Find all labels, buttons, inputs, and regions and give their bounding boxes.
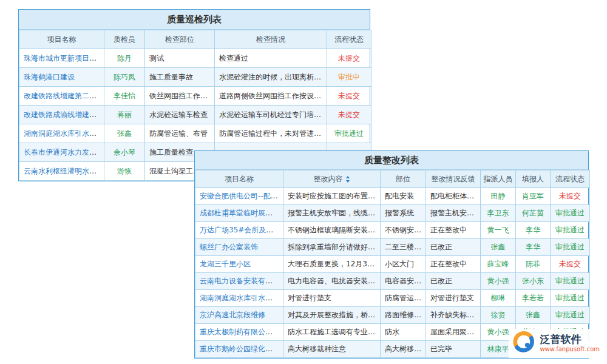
table-row: 安徽合肥供电公司--配电设备...安装时应按施工图的布置，将...配电安装配电柜… (195, 188, 590, 205)
person-name: 何芷茵 (522, 209, 544, 217)
status-label: 未提交 (338, 54, 360, 62)
person-name: 李华 (526, 243, 540, 251)
table-cell-feedback: 对管进行垫支 (426, 290, 481, 307)
table-cell-part: 不锈钢安装... (381, 222, 426, 239)
column-header-project: 项目名称 (19, 30, 104, 49)
cell-text: 小区大门 (385, 260, 414, 268)
cell-text: 高大树移栽种 (385, 345, 426, 353)
table-cell-status: 未提交 (551, 188, 590, 205)
project-link[interactable]: 改建铁路线增建第二线... (24, 92, 103, 100)
table-cell-project[interactable]: 改建铁路成渝线增建第... (19, 106, 104, 124)
cell-text: 水泥砼运输车司机经过专门培训... (219, 110, 327, 119)
project-link[interactable]: 珠海市城市更新项目紫... (24, 54, 103, 62)
cell-text: 二至三楼混... (385, 243, 426, 251)
table-cell-project[interactable]: 重庆太极制药有限公司亳州中... (195, 324, 283, 341)
table-row: 龙湖三千里小区大理石质量更换，12月31日之...小区大门正在整改中薛宝峰陈菲未… (195, 256, 590, 273)
table-cell-project[interactable]: 珠海鹤港口建设 (19, 68, 104, 87)
table-cell-project[interactable]: 万达广场35#会所及咖啡厅空... (195, 222, 283, 239)
table-cell-status: 审批通过 (327, 124, 371, 143)
table-cell-project[interactable]: 湖南洞庭湖水库引水工... (19, 124, 104, 143)
cell-text: 大理石质量更换，12月31日之... (288, 260, 381, 268)
table-cell-reporter: 肖亚军 (516, 188, 551, 205)
table-cell-assignee: 薛宝峰 (481, 256, 516, 273)
project-link[interactable]: 云南电力设备安装有限公司20... (200, 277, 283, 285)
project-link[interactable]: 湖南洞庭湖水库引水工... (24, 129, 103, 138)
status-label: 未提交 (338, 92, 360, 100)
table-cell-project[interactable]: 京沪高速北京段维修 (195, 307, 283, 324)
column-header-label: 检查情况 (256, 35, 285, 44)
table-cell-project[interactable]: 云南电力设备安装有限公司20... (195, 273, 283, 290)
project-link[interactable]: 成都杜甫草堂临时展厅独立展... (200, 209, 283, 217)
fanpu-logo[interactable]: 泛普软件 www.fanpusoft.com (509, 329, 603, 358)
column-header-status: 流程状态 (551, 170, 590, 188)
table-cell-project[interactable]: 螺丝厂办公室装饰 (195, 239, 283, 256)
person-name: 黄小强 (487, 277, 509, 285)
table-cell-reporter: 陈菲 (516, 256, 551, 273)
table-row: 湖南洞庭湖水库引水工...张鑫防腐管运输、布管防腐管运输过程中，未对管进行...… (19, 124, 371, 143)
header-row: 项目名称整改内容部位整改情况反馈指派人员填报人流程状态 (195, 170, 590, 188)
project-link[interactable]: 云南水利枢纽潜明水库... (24, 167, 103, 175)
status-label: 审批通过 (334, 129, 364, 138)
status-label: 审批通过 (555, 277, 585, 285)
project-link[interactable]: 螺丝厂办公室装饰 (200, 243, 258, 251)
person-name: 张鑫 (491, 243, 506, 251)
column-header-label: 流程状态 (555, 175, 585, 183)
table-cell-feedback: 报警主机安放... (426, 205, 481, 222)
project-link[interactable]: 长春市伊通河水力发电... (24, 148, 103, 157)
column-header-project: 项目名称 (195, 170, 283, 188)
person-name: 张鑫 (117, 129, 132, 138)
table-cell-part: 防腐管运输... (381, 290, 426, 307)
fanpu-logo-url[interactable]: www.fanpusoft.com (540, 346, 600, 353)
table-cell-assignee: 柳琳 (481, 290, 516, 307)
table-cell-project[interactable]: 成都杜甫草堂临时展厅独立展... (195, 205, 283, 222)
cell-text: 报警主机安放... (430, 209, 481, 217)
status-label: 审批通过 (555, 243, 585, 251)
project-link[interactable]: 安徽合肥供电公司--配电设备... (200, 192, 283, 200)
table-cell-project[interactable]: 龙湖三千里小区 (195, 256, 283, 273)
table-cell-status: 审批中 (327, 68, 371, 87)
table-cell-project[interactable]: 云南水利枢纽潜明水库... (19, 162, 104, 181)
person-name: 林康平 (487, 345, 509, 353)
table-cell-project[interactable]: 重庆市鹅岭公园绿化景观提升... (195, 341, 283, 358)
person-name: 陈丹 (117, 54, 132, 62)
table-cell-assignee: 徐贤 (481, 307, 516, 324)
table-cell-content: 对管进行垫支 (283, 290, 381, 307)
person-name: 田静 (491, 192, 506, 200)
project-link[interactable]: 京沪高速北京段维修 (200, 311, 265, 319)
column-header-content[interactable]: 整改内容 (283, 170, 381, 188)
table-cell-project[interactable]: 湖南洞庭湖水库引水工程施工 (195, 290, 283, 307)
table-cell-assignee: 黄小强 (481, 273, 516, 290)
table-cell-assignee: 田静 (481, 188, 516, 205)
cell-text: 配电安装 (385, 192, 414, 200)
table-cell-project[interactable]: 长春市伊通河水力发电... (19, 143, 104, 162)
table-cell-inspector: 陈丹 (104, 49, 145, 68)
project-link[interactable]: 珠海鹤港口建设 (24, 73, 75, 81)
cell-text: 检查通过 (219, 54, 248, 62)
table-cell-part: 铁丝网围挡工作检查 (145, 87, 215, 106)
column-header-label: 整改情况反馈 (432, 175, 475, 183)
project-link[interactable]: 重庆市鹅岭公园绿化景观提升... (200, 345, 283, 353)
project-link[interactable]: 重庆太极制药有限公司亳州中... (200, 328, 283, 336)
cell-text: 电力电容器、电抗器安装方案... (288, 277, 381, 285)
project-link[interactable]: 改建铁路成渝线增建第... (24, 110, 103, 119)
table-cell-feedback: 屋面采用聚氨... (426, 324, 481, 341)
fanpu-logo-icon (512, 331, 535, 356)
status-label: 未提交 (559, 260, 581, 268)
table-cell-project[interactable]: 改建铁路线增建第二线... (19, 87, 104, 106)
table-cell-situation: 检查通过 (215, 49, 327, 68)
table-cell-content: 对其及开展整改措施，桥头... (283, 307, 381, 324)
table-cell-reporter: 张鑫 (516, 307, 551, 324)
column-header-label: 指派人员 (484, 175, 513, 183)
sort-icon[interactable] (345, 176, 350, 183)
project-link[interactable]: 湖南洞庭湖水库引水工程施工 (200, 294, 283, 302)
cell-text: 屋面采用聚氨... (430, 328, 481, 336)
column-header-inspector: 质检员 (104, 30, 145, 49)
project-link[interactable]: 龙湖三千里小区 (200, 260, 251, 268)
fanpu-logo-text-block: 泛普软件 www.fanpusoft.com (540, 334, 600, 352)
table-cell-project[interactable]: 安徽合肥供电公司--配电设备... (195, 188, 283, 205)
table-cell-feedback: 补齐缺失标志... (426, 307, 481, 324)
quality-rectification-panel: 质量整改列表 项目名称整改内容部位整改情况反馈指派人员填报人流程状态 安徽合肥供… (194, 150, 589, 359)
cell-text: 已改正 (430, 277, 452, 285)
project-link[interactable]: 万达广场35#会所及咖啡厅空... (200, 226, 283, 234)
table-cell-project[interactable]: 珠海市城市更新项目紫... (19, 49, 104, 68)
